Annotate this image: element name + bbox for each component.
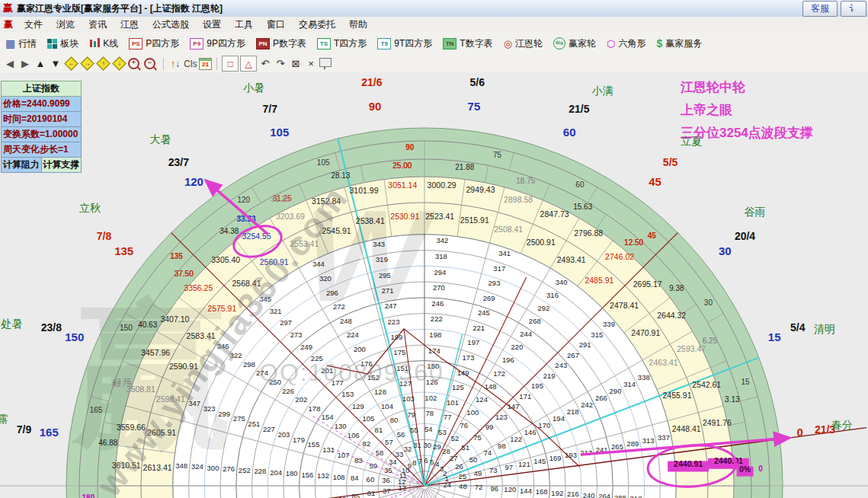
svg-text:96: 96 bbox=[490, 484, 498, 493]
menu-item-设置[interactable]: 设置 bbox=[196, 17, 228, 33]
screen-icon[interactable] bbox=[319, 58, 332, 67]
svg-text:178: 178 bbox=[309, 404, 321, 413]
calc-resistance-button[interactable]: 计算阻力 bbox=[1, 158, 42, 173]
svg-text:224: 224 bbox=[347, 330, 359, 339]
svg-text:290: 290 bbox=[610, 387, 622, 395]
toolbar-button-9T四方形[interactable]: T99T四方形 bbox=[372, 34, 437, 53]
svg-text:100: 100 bbox=[466, 408, 479, 417]
toolbar-label: P数字表 bbox=[273, 37, 306, 50]
svg-text:6: 6 bbox=[424, 456, 428, 464]
toolbar-button-赢家服务[interactable]: $赢家服务 bbox=[651, 34, 707, 53]
pointer-up-icon[interactable]: ▲ bbox=[34, 57, 47, 71]
svg-text:171: 171 bbox=[519, 392, 531, 401]
pointer-down-icon[interactable]: ▼ bbox=[49, 57, 62, 71]
toolbar-button-六角形[interactable]: ⬡六角形 bbox=[601, 34, 651, 53]
svg-text:立秋: 立秋 bbox=[79, 202, 101, 214]
menu-item-帮助[interactable]: 帮助 bbox=[342, 17, 374, 33]
gann-wheel-chart-area: 1234567891011121324252627282930313233343… bbox=[0, 72, 868, 498]
svg-text:245: 245 bbox=[478, 308, 490, 317]
boxed-x-icon[interactable]: ⊠ bbox=[289, 57, 303, 71]
toolbar-button-赢家轮[interactable]: Big赢家轮 bbox=[548, 34, 601, 53]
svg-text:200: 200 bbox=[354, 345, 366, 353]
svg-text:131: 131 bbox=[322, 445, 335, 454]
svg-text:56: 56 bbox=[397, 430, 405, 439]
rotate-cw-icon[interactable]: ↷ bbox=[274, 57, 287, 71]
svg-text:104: 104 bbox=[381, 402, 393, 410]
menu-item-工具[interactable]: 工具 bbox=[228, 17, 260, 33]
hexagon-icon: ⬡ bbox=[607, 38, 615, 49]
menu-item-江恩[interactable]: 江恩 bbox=[114, 17, 146, 33]
svg-text:101: 101 bbox=[447, 398, 459, 407]
calc-support-button[interactable]: 计算支撑 bbox=[42, 158, 82, 173]
zoom-in-icon[interactable]: + bbox=[128, 58, 139, 69]
triangle-tool-icon[interactable]: △ bbox=[240, 56, 257, 72]
svg-text:2949.43: 2949.43 bbox=[466, 185, 495, 194]
svg-text:103: 103 bbox=[402, 394, 415, 403]
svg-text:147: 147 bbox=[508, 402, 520, 410]
menu-item-公式选股[interactable]: 公式选股 bbox=[146, 17, 196, 33]
svg-text:2644.32: 2644.32 bbox=[657, 311, 686, 320]
menu-item-窗口[interactable]: 窗口 bbox=[260, 17, 292, 33]
toolbar-button-K线[interactable]: K线 bbox=[84, 34, 123, 53]
toolbar-button-行情[interactable]: ▦行情 bbox=[0, 34, 42, 53]
svg-text:12.50: 12.50 bbox=[624, 238, 643, 247]
svg-text:242: 242 bbox=[581, 401, 593, 409]
svg-text:153: 153 bbox=[341, 390, 354, 398]
support-button[interactable]: 客服 bbox=[802, 1, 838, 17]
svg-text:297: 297 bbox=[280, 318, 292, 327]
toolbar-button-T四方形[interactable]: TST四方形 bbox=[312, 34, 372, 53]
toolbar-button-P数字表[interactable]: PNP数字表 bbox=[251, 34, 312, 53]
svg-text:170: 170 bbox=[538, 421, 550, 429]
diamond-down-icon[interactable]: ↓ bbox=[112, 56, 126, 70]
svg-text:121: 121 bbox=[518, 460, 530, 468]
toolbar-button-江恩轮[interactable]: ◎江恩轮 bbox=[498, 34, 548, 53]
svg-text:21/5: 21/5 bbox=[569, 103, 589, 115]
zoom-out-icon[interactable]: − bbox=[144, 58, 155, 69]
svg-text:73: 73 bbox=[489, 466, 498, 474]
svg-text:清明: 清明 bbox=[814, 323, 835, 335]
svg-text:268: 268 bbox=[529, 317, 541, 325]
svg-text:2491.76: 2491.76 bbox=[703, 418, 732, 427]
svg-text:0%: 0% bbox=[739, 465, 751, 474]
svg-text:105: 105 bbox=[317, 158, 330, 167]
svg-text:37: 37 bbox=[383, 487, 391, 495]
toolbar-button-T数字表[interactable]: TNT数字表 bbox=[437, 34, 498, 53]
menu-item-文件[interactable]: 文件 bbox=[18, 17, 50, 33]
toolbar-button-P四方形[interactable]: PSP四方形 bbox=[123, 34, 184, 53]
menu-item-交易委托[interactable]: 交易委托 bbox=[292, 17, 342, 33]
svg-text:7/9: 7/9 bbox=[17, 423, 32, 436]
svg-text:264: 264 bbox=[598, 492, 610, 498]
rect-tool-icon[interactable]: □ bbox=[222, 56, 239, 72]
cls-button[interactable]: Cls bbox=[184, 57, 197, 71]
forward-icon[interactable]: ▶ bbox=[18, 57, 32, 71]
svg-text:179: 179 bbox=[293, 436, 305, 444]
toolbar-button-板块[interactable]: 板块 bbox=[42, 34, 84, 53]
rotate-ccw-icon[interactable]: ↶ bbox=[258, 57, 272, 71]
svg-text:342: 342 bbox=[436, 236, 448, 244]
calendar-icon[interactable]: 21 bbox=[199, 58, 212, 70]
svg-text:246: 246 bbox=[431, 299, 444, 308]
svg-text:107: 107 bbox=[338, 451, 350, 459]
title-bar: 赢 赢家江恩专业版[赢家服务平台] - [上证指数 江恩轮] 客服 讠 bbox=[0, 0, 868, 18]
partial-button[interactable]: 讠 bbox=[841, 1, 866, 17]
diamond-left-icon[interactable]: ← bbox=[64, 56, 78, 70]
shrink-icon[interactable]: × bbox=[304, 57, 318, 71]
svg-text:2470.91: 2470.91 bbox=[631, 328, 660, 337]
back-icon[interactable]: ◀ bbox=[3, 57, 17, 71]
diamond-right-icon[interactable]: → bbox=[80, 56, 94, 70]
diamond-up-icon[interactable]: ↑ bbox=[96, 56, 110, 70]
menu-item-资讯[interactable]: 资讯 bbox=[82, 17, 114, 33]
svg-text:2485.91: 2485.91 bbox=[585, 276, 613, 285]
svg-text:216: 216 bbox=[567, 490, 579, 498]
svg-text:49: 49 bbox=[474, 469, 482, 477]
toolbar-button-9P四方形[interactable]: P99P四方形 bbox=[184, 34, 251, 53]
svg-text:50: 50 bbox=[469, 455, 478, 464]
svg-text:21/6: 21/6 bbox=[361, 76, 382, 88]
svg-text:31.25: 31.25 bbox=[271, 195, 290, 203]
svg-text:处暑: 处暑 bbox=[1, 318, 23, 330]
svg-text:2440.91: 2440.91 bbox=[674, 459, 703, 468]
updown-arrows-icon[interactable]: ↑↓ bbox=[168, 57, 182, 71]
menu-item-浏览[interactable]: 浏览 bbox=[50, 17, 82, 33]
svg-text:192: 192 bbox=[551, 489, 563, 497]
info-row-2: 变换系数=1.00000 bbox=[1, 127, 82, 142]
